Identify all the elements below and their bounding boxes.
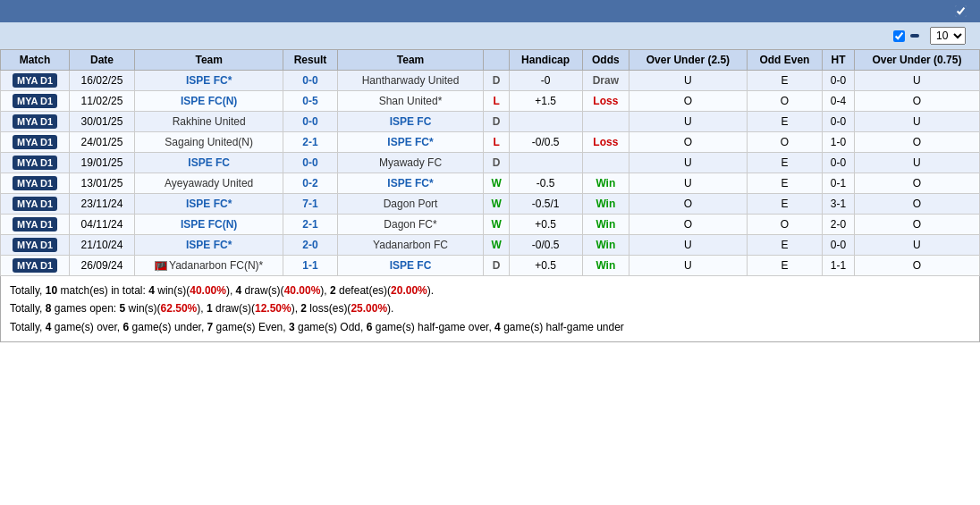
games-even: 7: [207, 321, 214, 333]
table-row: MYA D121/10/24ISPE FC*2-0Yadanarbon FCW-…: [1, 235, 980, 256]
table-row: MYA D119/01/25ISPE FC0-0Myawady FCDUE0-0…: [1, 153, 980, 173]
match-badge-cell: MYA D1: [1, 91, 70, 112]
table-row: MYA D111/02/25ISPE FC(N)0-5Shan United*L…: [1, 91, 980, 112]
league-checkbox[interactable]: [893, 30, 905, 42]
hg-over: 6: [367, 321, 373, 333]
wd-cell: W: [484, 173, 509, 194]
result-cell: 2-0: [283, 235, 337, 256]
hg-under: 4: [494, 321, 501, 333]
odd-even-cell: E: [747, 112, 822, 132]
footer-line2: Totally, 8 games open: 5 win(s)(62.50%),…: [10, 299, 970, 317]
team1-name: ISPE FC*: [186, 198, 232, 210]
over-under-075-cell: U: [854, 235, 979, 256]
col-odd-even: Odd Even: [747, 50, 822, 71]
team2-name: Dagon Port: [384, 198, 438, 210]
team2-cell: ISPE FC*: [337, 173, 484, 194]
defeats-count: 2: [330, 284, 336, 297]
display-notes-checkbox[interactable]: [955, 5, 967, 17]
date-cell: 24/01/25: [70, 132, 135, 153]
date-cell: 11/02/25: [70, 91, 135, 112]
handicap-cell: -0/0.5: [509, 132, 582, 153]
wd-cell: D: [484, 71, 509, 91]
result-cell: 0-0: [283, 112, 337, 132]
league-badge: [910, 34, 919, 38]
footer-line3: Totally, 4 game(s) over, 6 game(s) under…: [10, 318, 970, 336]
team2-cell: ISPE FC: [337, 112, 484, 132]
wd-cell: D: [484, 112, 509, 132]
over-under-25-cell: O: [629, 132, 748, 153]
over-under-075-cell: O: [854, 215, 979, 235]
team2-name: ISPE FC*: [387, 177, 433, 189]
wins-count: 4: [148, 284, 155, 297]
odds-cell: Loss: [582, 132, 629, 153]
display-notes-control: [955, 5, 971, 17]
team1-cell: Sagaing United(N): [134, 132, 283, 153]
ht-cell: 0-1: [823, 173, 855, 194]
header: [0, 0, 980, 22]
col-handicap: Handicap: [509, 50, 582, 71]
flag-icon: 🏴: [155, 261, 167, 271]
draws-pct: 40.00%: [284, 284, 321, 297]
odd-even-cell: O: [747, 91, 822, 112]
date-cell: 30/01/25: [70, 112, 135, 132]
date-cell: 16/02/25: [70, 71, 135, 91]
open-wins: 5: [120, 302, 126, 315]
team1-name: ISPE FC(N): [181, 95, 237, 107]
wd-cell: L: [484, 132, 509, 153]
handicap-cell: +1.5: [509, 91, 582, 112]
team2-cell: ISPE FC*: [337, 132, 484, 153]
over-under-075-cell: O: [854, 91, 979, 112]
team1-cell: 🏴Yadanarbon FC(N)*: [134, 256, 283, 276]
odd-even-cell: E: [747, 71, 822, 91]
col-team1: Team: [134, 50, 283, 71]
team1-cell: ISPE FC*: [134, 235, 283, 256]
team2-name: Myawady FC: [379, 156, 442, 169]
col-date: Date: [70, 50, 135, 71]
handicap-cell: [509, 112, 582, 132]
result-cell: 0-5: [283, 91, 337, 112]
table-row: MYA D124/01/25Sagaing United(N)2-1ISPE F…: [1, 132, 980, 153]
match-badge-cell: MYA D1: [1, 132, 70, 153]
open-losses: 2: [300, 302, 307, 315]
team2-name: ISPE FC*: [387, 136, 433, 148]
odds-cell: Win: [582, 215, 629, 235]
handicap-cell: -0.5: [509, 173, 582, 194]
ht-cell: 0-4: [823, 91, 855, 112]
odd-even-cell: E: [747, 256, 822, 276]
team1-cell: ISPE FC*: [134, 194, 283, 215]
wd-cell: W: [484, 215, 509, 235]
table-row: MYA D123/11/24ISPE FC*7-1Dagon PortW-0.5…: [1, 194, 980, 215]
team2-cell: Dagon FC*: [337, 215, 484, 235]
odds-cell: Win: [582, 256, 629, 276]
odd-even-cell: E: [747, 153, 822, 173]
result-cell: 0-0: [283, 153, 337, 173]
over-under-25-cell: U: [629, 153, 748, 173]
ht-cell: 3-1: [823, 194, 855, 215]
games-select[interactable]: 5 10 15 20 25 30: [930, 27, 966, 45]
team1-name: Sagaing United(N): [165, 136, 253, 148]
team2-name: Dagon FC*: [384, 218, 436, 231]
over-under-075-cell: U: [854, 112, 979, 132]
open-losses-pct: 25.00%: [351, 302, 387, 315]
over-under-25-cell: U: [629, 71, 748, 91]
date-cell: 23/11/24: [70, 194, 135, 215]
handicap-cell: +0.5: [509, 215, 582, 235]
team1-name: ISPE FC*: [186, 239, 232, 251]
ht-cell: 1-1: [823, 256, 855, 276]
ht-cell: 1-0: [823, 132, 855, 153]
odd-even-cell: E: [747, 194, 822, 215]
odd-even-cell: E: [747, 235, 822, 256]
result-cell: 2-1: [283, 215, 337, 235]
result-cell: 0-0: [283, 71, 337, 91]
table-row: MYA D116/02/25ISPE FC*0-0Hantharwady Uni…: [1, 71, 980, 91]
col-odds: Odds: [582, 50, 629, 71]
date-cell: 19/01/25: [70, 153, 135, 173]
match-badge-cell: MYA D1: [1, 112, 70, 132]
team1-name: ISPE FC: [188, 156, 230, 169]
open-wins-pct: 62.50%: [161, 302, 198, 315]
team2-name: Shan United*: [379, 95, 443, 107]
result-cell: 2-1: [283, 132, 337, 153]
team1-name: ISPE FC*: [186, 74, 232, 87]
open-games: 8: [46, 302, 52, 315]
odds-cell: Draw: [582, 71, 629, 91]
